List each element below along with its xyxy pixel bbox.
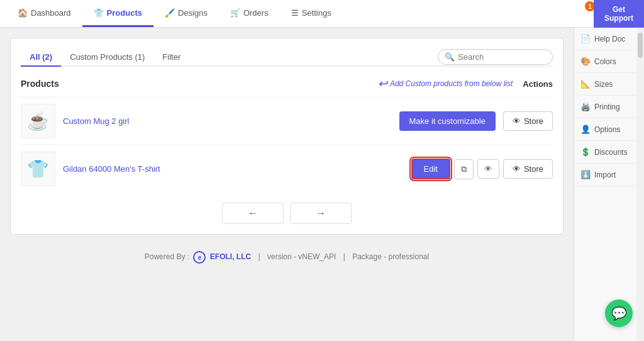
store-button-2[interactable]: 👁 Store (503, 159, 553, 179)
search-icon: 🔍 (445, 52, 455, 62)
discounts-icon: 💲 (580, 147, 591, 157)
sidebar-item-colors[interactable]: 🎨 Colors (574, 50, 636, 73)
product-thumb-1: ☕ (21, 104, 55, 138)
products-header: Products ↩ Add Custom products from belo… (21, 77, 553, 91)
footer-version: version - vNEW_API (267, 252, 336, 261)
edit-button[interactable]: Edit (411, 159, 450, 179)
curved-arrow-icon: ↩ (378, 77, 387, 91)
colors-icon: 🎨 (580, 57, 591, 66)
nav-designs-label: Designs (178, 8, 208, 18)
search-box: 🔍 (438, 49, 553, 65)
nav-designs[interactable]: 🖌️ Designs (153, 0, 219, 27)
import-icon: ⬇️ (580, 170, 591, 179)
product-thumb-2: 👕 (21, 152, 55, 186)
sidebar-item-sizes[interactable]: 📐 Sizes (574, 73, 636, 96)
designs-icon: 🖌️ (165, 8, 175, 18)
nav-settings-label: Settings (302, 8, 331, 18)
printing-icon: 🖨️ (580, 102, 591, 111)
sidebar-item-printing[interactable]: 🖨️ Printing (574, 96, 636, 118)
helpdoc-icon: 📄 (580, 34, 591, 43)
nav-orders-label: Orders (243, 8, 269, 18)
row-2-actions: Edit ⧉ 👁 👁 Store (411, 159, 553, 179)
search-input[interactable] (458, 52, 546, 62)
product-name-2[interactable]: Gildan 64000 Men's T-shirt (63, 164, 404, 174)
sidebar-item-discounts[interactable]: 💲 Discounts (574, 141, 636, 164)
prev-page-button[interactable]: ← (222, 203, 284, 224)
add-custom-hint: ↩ Add Custom products from below list (378, 77, 513, 91)
next-page-button[interactable]: → (290, 203, 352, 224)
orders-icon: 🛒 (230, 8, 240, 18)
get-support-button[interactable]: Get Support (594, 0, 644, 28)
footer-package: Package - professional (352, 252, 429, 261)
main-layout: All (2) Custom Products (1) Filter 🔍 Pro… (0, 28, 644, 341)
right-sidebar: 📄 Help Doc 🎨 Colors 📐 Sizes 🖨️ Printing … (574, 28, 636, 341)
eye-icon-store-2: 👁 (513, 164, 521, 174)
tab-custom-products[interactable]: Custom Products (1) (61, 48, 153, 67)
options-icon: 👤 (580, 125, 591, 134)
nav-dashboard-label: Dashboard (31, 8, 71, 18)
sizes-icon: 📐 (580, 79, 591, 89)
footer-brand[interactable]: EFOLI, LLC (210, 252, 251, 261)
actions-label: Actions (523, 79, 553, 89)
products-panel: All (2) Custom Products (1) Filter 🔍 Pro… (10, 38, 564, 235)
product-row-2: 👕 Gildan 64000 Men's T-shirt Edit ⧉ 👁 👁 … (21, 145, 553, 193)
nav-dashboard[interactable]: 🏠 Dashboard (6, 0, 82, 27)
tabs-row: All (2) Custom Products (1) Filter 🔍 (21, 48, 553, 67)
make-customizable-button[interactable]: Make it customizable (399, 111, 496, 131)
product-name-1[interactable]: Custom Mug 2 girl (63, 116, 392, 126)
sidebar-item-options[interactable]: 👤 Options (574, 118, 636, 141)
sidebar-item-helpdoc[interactable]: 📄 Help Doc (574, 28, 636, 50)
content-area: All (2) Custom Products (1) Filter 🔍 Pro… (0, 28, 574, 341)
copy-button[interactable]: ⧉ (454, 159, 474, 179)
chat-icon: 💬 (611, 306, 627, 321)
settings-icon: ☰ (291, 8, 299, 18)
product-row-1: ☕ Custom Mug 2 girl Make it customizable… (21, 97, 553, 145)
sidebar-item-import[interactable]: ⬇️ Import (574, 164, 636, 186)
tab-all[interactable]: All (2) (21, 48, 61, 67)
nav-products-label: Products (107, 8, 142, 18)
footer: Powered By : e EFOLI, LLC | version - vN… (10, 241, 564, 274)
eye-button-2[interactable]: 👁 (477, 159, 499, 179)
nav-orders[interactable]: 🛒 Orders (219, 0, 280, 27)
chat-bubble[interactable]: 💬 (605, 299, 633, 327)
tab-filter[interactable]: Filter (153, 48, 189, 67)
store-button-1[interactable]: 👁 Store (503, 111, 553, 131)
nav-settings[interactable]: ☰ Settings (280, 0, 343, 27)
products-icon: 👕 (94, 8, 104, 18)
scrollbar[interactable] (636, 28, 644, 341)
footer-logo: e (193, 251, 206, 264)
products-title: Products (21, 79, 59, 89)
top-nav: 🏠 Dashboard 👕 Products 🖌️ Designs 🛒 Orde… (0, 0, 644, 28)
nav-products[interactable]: 👕 Products (82, 0, 153, 27)
eye-icon-1: 👁 (513, 116, 521, 126)
pagination: ← → (21, 203, 553, 224)
scroll-thumb[interactable] (638, 33, 643, 58)
dashboard-icon: 🏠 (18, 8, 28, 18)
